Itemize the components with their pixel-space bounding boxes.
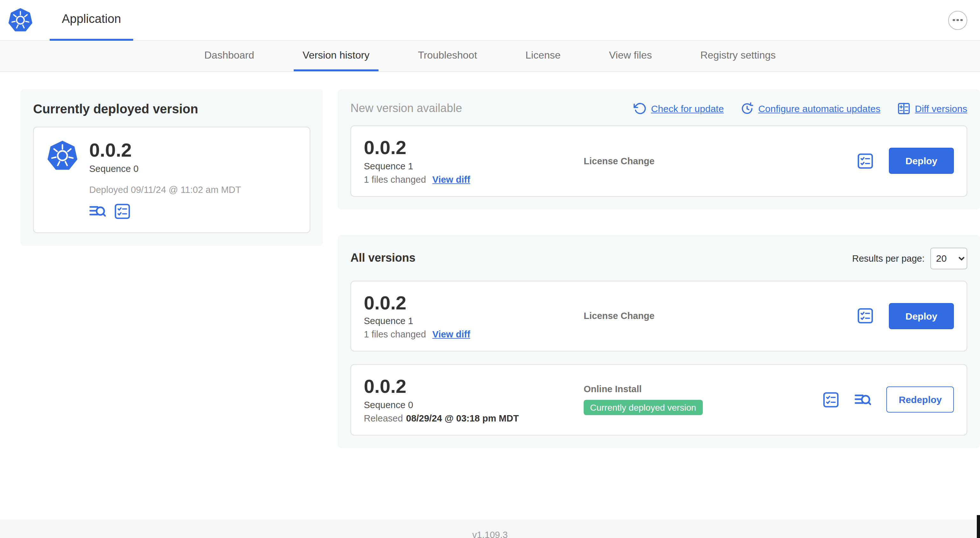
check-for-update-link[interactable]: Check for update — [633, 102, 724, 115]
version-number: 0.0.2 — [364, 292, 584, 313]
results-per-page-label: Results per page: — [852, 253, 924, 263]
tab-license[interactable]: License — [517, 41, 570, 71]
clock-arrow-icon — [740, 102, 754, 115]
configure-automatic-updates-link[interactable]: Configure automatic updates — [740, 102, 881, 115]
preflight-checks-button[interactable] — [857, 153, 873, 169]
currently-deployed-title: Currently deployed version — [33, 102, 310, 116]
released-date: 08/29/24 @ 03:18 pm MDT — [406, 413, 519, 423]
deployed-date: Deployed 09/11/24 @ 11:02 am MDT — [89, 184, 297, 195]
redeploy-button[interactable]: Redeploy — [887, 387, 954, 413]
all-versions-panel: All versions Results per page: 20 0.0.2 … — [338, 235, 980, 448]
view-diff-link[interactable]: View diff — [432, 329, 470, 340]
app-header: Application — [0, 0, 980, 41]
checklist-icon — [823, 392, 840, 408]
version-number: 0.0.2 — [364, 138, 584, 157]
results-per-page-select[interactable]: 20 — [930, 248, 967, 269]
tab-registry-settings[interactable]: Registry settings — [691, 41, 785, 71]
tab-troubleshoot[interactable]: Troubleshoot — [409, 41, 486, 71]
app-title-tab[interactable]: Application — [50, 0, 133, 40]
main-content: Currently deployed version — [0, 72, 980, 519]
tab-view-files[interactable]: View files — [600, 41, 661, 71]
checklist-icon — [114, 203, 130, 219]
ellipsis-icon — [953, 19, 955, 21]
overflow-menu-button[interactable] — [948, 11, 967, 30]
kubernetes-logo-icon — [8, 7, 33, 33]
lines-magnifier-icon — [855, 392, 871, 408]
console-version: v1.109.3 — [472, 530, 508, 538]
version-sequence: Sequence 0 — [364, 400, 584, 410]
version-sequence: Sequence 1 — [364, 316, 584, 326]
version-sequence: Sequence 1 — [364, 161, 584, 171]
tab-dashboard[interactable]: Dashboard — [195, 41, 263, 71]
files-changed-label: 1 files changed — [364, 329, 426, 340]
version-row-sequence-1: 0.0.2 Sequence 1 1 files changedView dif… — [350, 281, 967, 351]
preflight-checks-button[interactable] — [114, 203, 130, 219]
view-diff-link[interactable]: View diff — [432, 174, 470, 184]
currently-deployed-badge: Currently deployed version — [584, 400, 703, 416]
new-version-title: New version available — [350, 102, 462, 115]
view-logs-button[interactable] — [89, 203, 106, 219]
deploy-button[interactable]: Deploy — [889, 148, 954, 174]
diff-icon — [897, 102, 910, 115]
checklist-icon — [857, 308, 873, 324]
tab-version-history[interactable]: Version history — [294, 41, 379, 71]
deployed-version-number: 0.0.2 — [89, 140, 297, 160]
new-version-row: 0.0.2 Sequence 1 1 files changedView dif… — [350, 125, 967, 197]
version-source-label: License Change — [584, 156, 857, 166]
version-number: 0.0.2 — [364, 376, 584, 396]
checklist-icon — [857, 153, 873, 169]
app-nav: Dashboard Version history Troubleshoot L… — [0, 41, 980, 72]
preflight-checks-button[interactable] — [823, 392, 840, 408]
kubernetes-app-icon — [46, 140, 78, 172]
view-logs-button[interactable] — [855, 392, 871, 408]
app-footer: v1.109.3 — [0, 519, 980, 538]
all-versions-title: All versions — [350, 251, 415, 265]
right-column: New version available Check for update — [338, 89, 980, 448]
released-label: Released — [364, 413, 403, 423]
refresh-icon — [633, 102, 646, 115]
deployed-version-card: 0.0.2 Sequence 0 Deployed 09/11/24 @ 11:… — [33, 127, 310, 233]
version-source-label: Online Install — [584, 384, 823, 394]
files-changed-label: 1 files changed — [364, 174, 426, 184]
deployed-sequence: Sequence 0 — [89, 163, 297, 173]
lines-magnifier-icon — [89, 203, 106, 219]
deploy-button[interactable]: Deploy — [889, 303, 954, 329]
new-version-panel: New version available Check for update — [338, 89, 980, 209]
diff-versions-link[interactable]: Diff versions — [897, 102, 967, 115]
currently-deployed-panel: Currently deployed version — [21, 89, 323, 246]
version-row-sequence-0: 0.0.2 Sequence 0 Released08/29/24 @ 03:1… — [350, 364, 967, 435]
preflight-checks-button[interactable] — [857, 308, 873, 324]
scrollbar-thumb[interactable] — [977, 515, 980, 538]
version-source-label: License Change — [584, 311, 857, 321]
app-title: Application — [62, 12, 121, 26]
